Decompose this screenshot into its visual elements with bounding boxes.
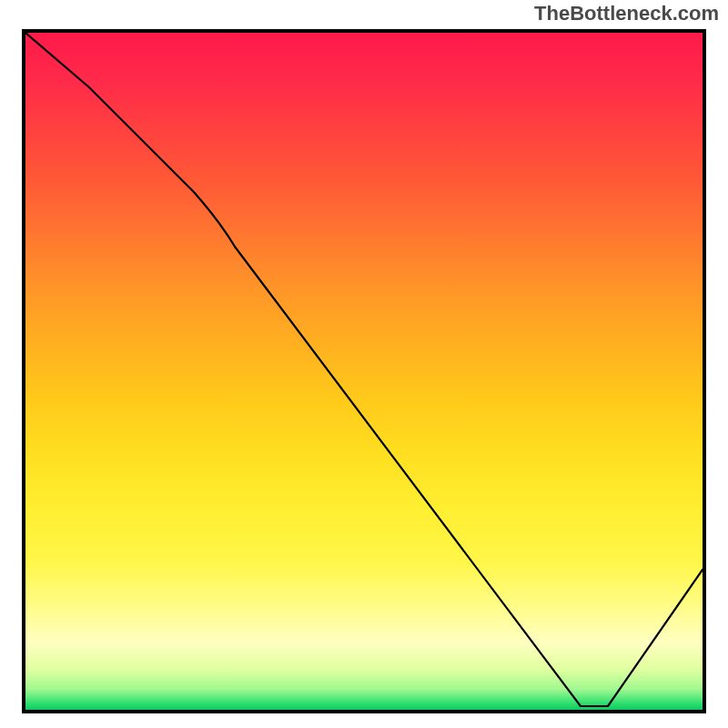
chart-plot-area — [22, 29, 706, 713]
bottleneck-curve — [25, 33, 703, 710]
watermark-text: TheBottleneck.com — [534, 2, 719, 25]
